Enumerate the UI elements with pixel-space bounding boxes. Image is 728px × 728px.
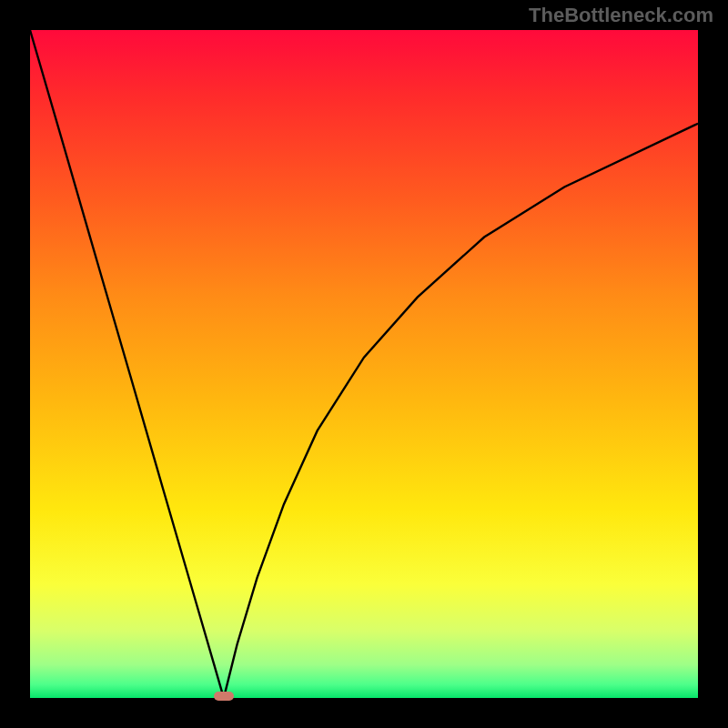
chart-container: TheBottleneck.com — [0, 0, 728, 728]
curve-layer — [30, 30, 698, 698]
bottleneck-curve-right — [224, 124, 698, 698]
bottleneck-curve-left — [30, 30, 224, 698]
watermark-text: TheBottleneck.com — [529, 4, 713, 27]
minimum-marker — [214, 692, 234, 701]
